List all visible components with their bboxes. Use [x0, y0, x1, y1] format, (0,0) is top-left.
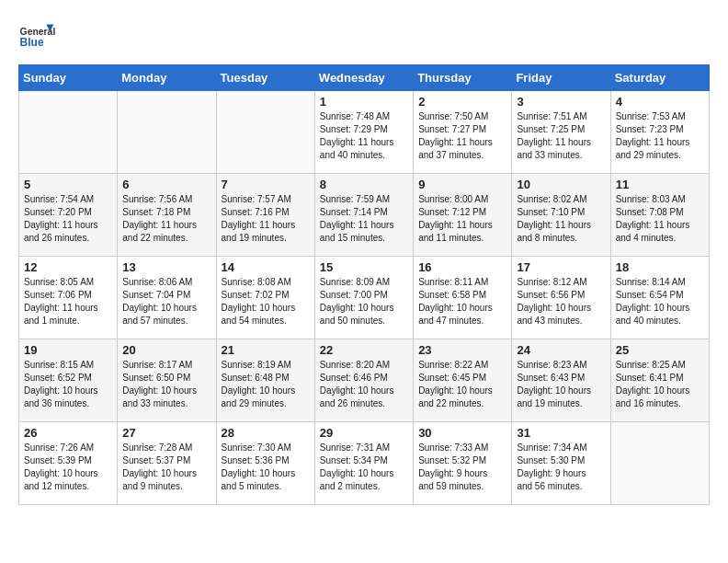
day-cell: 23Sunrise: 8:22 AM Sunset: 6:45 PM Dayli…	[414, 339, 512, 422]
day-number: 12	[24, 260, 112, 274]
day-info: Sunrise: 8:15 AM Sunset: 6:52 PM Dayligh…	[24, 359, 112, 410]
day-info: Sunrise: 7:50 AM Sunset: 7:27 PM Dayligh…	[418, 110, 506, 162]
day-cell: 4Sunrise: 7:53 AM Sunset: 7:23 PM Daylig…	[610, 91, 709, 174]
logo: General Blue	[18, 18, 61, 55]
day-cell: 24Sunrise: 8:23 AM Sunset: 6:43 PM Dayli…	[512, 339, 610, 422]
day-number: 9	[418, 178, 506, 191]
day-cell: 3Sunrise: 7:51 AM Sunset: 7:25 PM Daylig…	[512, 91, 610, 174]
day-number: 24	[517, 343, 605, 357]
day-info: Sunrise: 8:05 AM Sunset: 7:06 PM Dayligh…	[24, 276, 112, 327]
day-cell: 22Sunrise: 8:20 AM Sunset: 6:46 PM Dayli…	[314, 339, 413, 422]
day-info: Sunrise: 7:26 AM Sunset: 5:39 PM Dayligh…	[24, 442, 112, 493]
day-number: 21	[222, 343, 310, 357]
day-cell: 8Sunrise: 7:59 AM Sunset: 7:14 PM Daylig…	[314, 174, 413, 257]
day-info: Sunrise: 8:12 AM Sunset: 6:56 PM Dayligh…	[517, 276, 605, 327]
day-cell: 15Sunrise: 8:09 AM Sunset: 7:00 PM Dayli…	[314, 257, 413, 339]
day-cell: 26Sunrise: 7:26 AM Sunset: 5:39 PM Dayli…	[19, 422, 118, 505]
day-cell: 18Sunrise: 8:14 AM Sunset: 6:54 PM Dayli…	[610, 257, 709, 339]
day-number: 2	[418, 95, 506, 109]
day-number: 22	[320, 343, 408, 357]
day-info: Sunrise: 7:54 AM Sunset: 7:20 PM Dayligh…	[24, 193, 112, 245]
day-number: 23	[418, 343, 506, 357]
day-number: 16	[418, 260, 506, 274]
day-cell: 5Sunrise: 7:54 AM Sunset: 7:20 PM Daylig…	[19, 174, 118, 257]
day-info: Sunrise: 8:02 AM Sunset: 7:10 PM Dayligh…	[517, 193, 605, 245]
day-cell: 16Sunrise: 8:11 AM Sunset: 6:58 PM Dayli…	[414, 257, 512, 339]
day-info: Sunrise: 8:22 AM Sunset: 6:45 PM Dayligh…	[418, 359, 506, 410]
day-number: 18	[616, 260, 704, 274]
day-info: Sunrise: 8:06 AM Sunset: 7:04 PM Dayligh…	[122, 276, 210, 327]
weekday-header-tuesday: Tuesday	[216, 65, 314, 91]
day-cell: 29Sunrise: 7:31 AM Sunset: 5:34 PM Dayli…	[314, 422, 413, 505]
day-cell: 9Sunrise: 8:00 AM Sunset: 7:12 PM Daylig…	[414, 174, 512, 257]
day-info: Sunrise: 7:34 AM Sunset: 5:30 PM Dayligh…	[517, 442, 605, 493]
calendar-table: SundayMondayTuesdayWednesdayThursdayFrid…	[18, 64, 710, 505]
week-row-5: 26Sunrise: 7:26 AM Sunset: 5:39 PM Dayli…	[19, 422, 710, 505]
day-info: Sunrise: 8:14 AM Sunset: 6:54 PM Dayligh…	[616, 276, 704, 327]
day-cell: 1Sunrise: 7:48 AM Sunset: 7:29 PM Daylig…	[314, 91, 413, 174]
weekday-header-thursday: Thursday	[414, 65, 512, 91]
day-cell: 6Sunrise: 7:56 AM Sunset: 7:18 PM Daylig…	[118, 174, 216, 257]
day-number: 17	[517, 260, 605, 274]
day-cell: 28Sunrise: 7:30 AM Sunset: 5:36 PM Dayli…	[216, 422, 314, 505]
day-info: Sunrise: 7:28 AM Sunset: 5:37 PM Dayligh…	[122, 442, 210, 493]
day-info: Sunrise: 8:03 AM Sunset: 7:08 PM Dayligh…	[616, 193, 704, 245]
day-number: 1	[320, 95, 408, 109]
day-info: Sunrise: 8:00 AM Sunset: 7:12 PM Dayligh…	[418, 193, 506, 245]
day-cell	[118, 91, 216, 174]
day-cell: 27Sunrise: 7:28 AM Sunset: 5:37 PM Dayli…	[118, 422, 216, 505]
week-row-1: 1Sunrise: 7:48 AM Sunset: 7:29 PM Daylig…	[19, 91, 710, 174]
day-info: Sunrise: 7:33 AM Sunset: 5:32 PM Dayligh…	[418, 442, 506, 493]
day-info: Sunrise: 7:53 AM Sunset: 7:23 PM Dayligh…	[616, 110, 704, 162]
weekday-header-sunday: Sunday	[19, 65, 118, 91]
week-row-2: 5Sunrise: 7:54 AM Sunset: 7:20 PM Daylig…	[19, 174, 710, 257]
day-number: 3	[517, 95, 605, 109]
day-number: 14	[222, 260, 310, 274]
day-cell	[19, 91, 118, 174]
day-number: 25	[616, 343, 704, 357]
day-info: Sunrise: 7:31 AM Sunset: 5:34 PM Dayligh…	[320, 442, 408, 493]
day-cell: 21Sunrise: 8:19 AM Sunset: 6:48 PM Dayli…	[216, 339, 314, 422]
day-info: Sunrise: 8:25 AM Sunset: 6:41 PM Dayligh…	[616, 359, 704, 410]
day-number: 15	[320, 260, 408, 274]
day-info: Sunrise: 8:17 AM Sunset: 6:50 PM Dayligh…	[122, 359, 210, 410]
weekday-header-saturday: Saturday	[610, 65, 709, 91]
svg-text:Blue: Blue	[20, 36, 44, 49]
day-cell: 14Sunrise: 8:08 AM Sunset: 7:02 PM Dayli…	[216, 257, 314, 339]
day-cell	[610, 422, 709, 505]
weekday-header-wednesday: Wednesday	[314, 65, 413, 91]
day-info: Sunrise: 7:48 AM Sunset: 7:29 PM Dayligh…	[320, 110, 408, 162]
day-number: 7	[222, 178, 310, 191]
day-info: Sunrise: 7:56 AM Sunset: 7:18 PM Dayligh…	[122, 193, 210, 245]
day-number: 8	[320, 178, 408, 191]
day-info: Sunrise: 7:51 AM Sunset: 7:25 PM Dayligh…	[517, 110, 605, 162]
day-cell: 25Sunrise: 8:25 AM Sunset: 6:41 PM Dayli…	[610, 339, 709, 422]
weekday-header-row: SundayMondayTuesdayWednesdayThursdayFrid…	[19, 65, 710, 91]
day-cell: 11Sunrise: 8:03 AM Sunset: 7:08 PM Dayli…	[610, 174, 709, 257]
day-number: 27	[122, 426, 210, 440]
day-number: 10	[517, 178, 605, 191]
day-cell	[216, 91, 314, 174]
day-cell: 20Sunrise: 8:17 AM Sunset: 6:50 PM Dayli…	[118, 339, 216, 422]
day-number: 26	[24, 426, 112, 440]
day-cell: 17Sunrise: 8:12 AM Sunset: 6:56 PM Dayli…	[512, 257, 610, 339]
weekday-header-monday: Monday	[118, 65, 216, 91]
day-cell: 12Sunrise: 8:05 AM Sunset: 7:06 PM Dayli…	[19, 257, 118, 339]
day-info: Sunrise: 7:59 AM Sunset: 7:14 PM Dayligh…	[320, 193, 408, 245]
day-number: 31	[517, 426, 605, 440]
day-info: Sunrise: 8:20 AM Sunset: 6:46 PM Dayligh…	[320, 359, 408, 410]
day-info: Sunrise: 7:30 AM Sunset: 5:36 PM Dayligh…	[222, 442, 310, 493]
day-info: Sunrise: 8:23 AM Sunset: 6:43 PM Dayligh…	[517, 359, 605, 410]
day-number: 11	[616, 178, 704, 191]
day-number: 13	[122, 260, 210, 274]
day-number: 29	[320, 426, 408, 440]
day-info: Sunrise: 8:19 AM Sunset: 6:48 PM Dayligh…	[222, 359, 310, 410]
day-info: Sunrise: 8:11 AM Sunset: 6:58 PM Dayligh…	[418, 276, 506, 327]
day-number: 6	[122, 178, 210, 191]
day-info: Sunrise: 8:09 AM Sunset: 7:00 PM Dayligh…	[320, 276, 408, 327]
day-info: Sunrise: 8:08 AM Sunset: 7:02 PM Dayligh…	[222, 276, 310, 327]
day-cell: 10Sunrise: 8:02 AM Sunset: 7:10 PM Dayli…	[512, 174, 610, 257]
day-number: 5	[24, 178, 112, 191]
day-number: 20	[122, 343, 210, 357]
day-cell: 19Sunrise: 8:15 AM Sunset: 6:52 PM Dayli…	[19, 339, 118, 422]
